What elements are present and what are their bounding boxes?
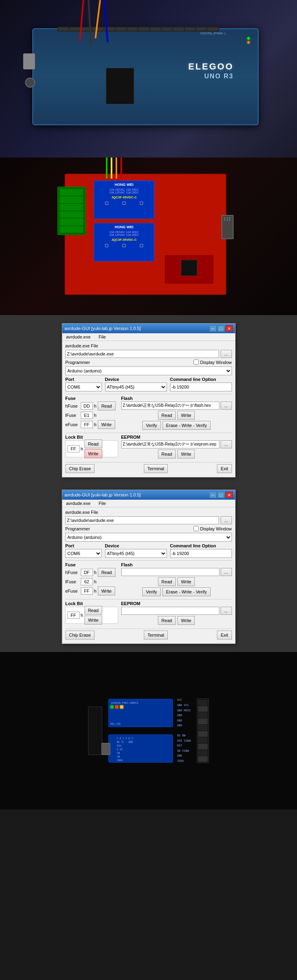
cmdline-input[interactable]	[170, 383, 232, 391]
flash-read-button[interactable]: Read	[158, 411, 176, 420]
hfuse-h: h	[94, 404, 97, 408]
device-select-2[interactable]: ATtiny45 (t45)	[105, 549, 167, 558]
fuse-write-button-2[interactable]: Write	[98, 587, 115, 595]
flash-erase-write-verify-button[interactable]: Erase - Write - Verify	[162, 421, 211, 430]
avrdude-path-input[interactable]	[65, 350, 219, 358]
programmer-select-2[interactable]: Arduino (arduino)	[65, 533, 232, 542]
efuse-label: eFuse	[65, 422, 80, 427]
ifuse-input[interactable]	[81, 412, 93, 419]
efuse-input-2[interactable]	[81, 587, 93, 595]
terminal-button-2[interactable]: Terminal	[144, 631, 168, 639]
eeprom-title: EEPROM	[121, 435, 232, 440]
lockbit-input-2[interactable]	[67, 612, 80, 619]
menu-bar-1: avrdude.exe File	[62, 333, 235, 341]
display-window-label-2: Display Window	[200, 526, 232, 531]
close-button-1[interactable]: ✕	[225, 325, 233, 332]
exit-button-1[interactable]: Exit	[217, 464, 232, 473]
lockbit-write-button[interactable]: Write	[84, 449, 102, 458]
eeprom-write-button-2[interactable]: Write	[177, 616, 195, 625]
flash-read-write-row: Read Write	[121, 411, 232, 420]
title-bar-2: avrdude-GUI [yuki-lab.jp Version 1.0.5] …	[62, 490, 235, 500]
device-label-2: Device	[105, 543, 167, 548]
hfuse-label-2: hFuse	[65, 570, 80, 575]
flash-path-input[interactable]	[121, 402, 219, 410]
avrdude-row: avrdude.exe File	[65, 343, 232, 348]
display-window-row: Display Window	[194, 360, 232, 365]
fuse-section: Fuse hFuse h Read lFuse h eFuse	[65, 396, 118, 431]
eeprom-section: EEPROM ... Read Write	[121, 435, 232, 460]
flash-browse-button[interactable]: ...	[221, 402, 232, 410]
flash-path-input-2[interactable]	[121, 568, 219, 576]
flash-write-button-2[interactable]: Write	[177, 577, 195, 586]
minimize-button-2[interactable]: ─	[209, 492, 217, 498]
flash-write-button[interactable]: Write	[177, 411, 195, 420]
flash-read-button-2[interactable]: Read	[158, 577, 176, 586]
eeprom-path-input[interactable]	[121, 440, 219, 448]
lockbit-read-button[interactable]: Read	[84, 440, 102, 448]
fuse-read-button-2[interactable]: Read	[98, 568, 116, 577]
maximize-button-1[interactable]: □	[217, 325, 225, 332]
port-label: Port	[65, 377, 102, 382]
fuse-read-button[interactable]: Read	[98, 402, 116, 410]
menu-file[interactable]: File	[97, 334, 107, 340]
flash-erase-write-verify-button-2[interactable]: Erase - Write - Verify	[162, 587, 211, 596]
efuse-row: eFuse h Write	[65, 420, 118, 429]
ifuse-label: lFuse	[65, 413, 80, 418]
programmer-select-row: Arduino (arduino)	[65, 366, 232, 375]
gui-wrapper-1: avrdude-GUI [yuki-lab.jp Version 1.0.5] …	[0, 315, 297, 486]
eeprom-read-button-2[interactable]: Read	[158, 616, 176, 625]
ifuse-h: h	[94, 413, 97, 418]
avrdude-path-input-2[interactable]	[65, 516, 219, 524]
cmdline-input-2[interactable]	[170, 549, 232, 558]
lockbit-read-button-2[interactable]: Read	[84, 606, 102, 615]
bottom-buttons-2: Chip Erase Terminal Exit	[65, 629, 232, 641]
port-select-2[interactable]: COM6	[65, 549, 102, 558]
gui-window-2: avrdude-GUI [yuki-lab.jp Version 1.0.5] …	[62, 490, 236, 644]
terminal-button-1[interactable]: Terminal	[144, 464, 168, 473]
lockbit-input[interactable]	[67, 445, 80, 452]
display-window-checkbox[interactable]	[194, 360, 199, 365]
window-title-2: avrdude-GUI [yuki-lab.jp Version 1.0.5]	[65, 492, 209, 497]
port-select[interactable]: COM6	[65, 383, 102, 391]
device-select[interactable]: ATtiny45 (t45)	[105, 383, 167, 391]
close-button-2[interactable]: ✕	[225, 492, 233, 498]
hfuse-input-2[interactable]	[81, 569, 93, 576]
ifuse-input-2[interactable]	[81, 578, 93, 585]
efuse-input[interactable]	[81, 421, 93, 428]
exit-button-2[interactable]: Exit	[217, 631, 232, 639]
fuse-write-button[interactable]: Write	[98, 420, 115, 429]
eeprom-write-button[interactable]: Write	[177, 450, 195, 458]
chip-erase-button-1[interactable]: Chip Erase	[65, 464, 95, 473]
display-window-label: Display Window	[200, 360, 232, 365]
eeprom-browse-button-2[interactable]: ...	[221, 607, 232, 615]
menu-file-2[interactable]: File	[97, 501, 107, 506]
menu-bar-2: avrdude.exe File	[62, 500, 235, 507]
chip-erase-button-2[interactable]: Chip Erase	[65, 631, 95, 639]
gui-wrapper-2: avrdude-GUI [yuki-lab.jp Version 1.0.5] …	[0, 486, 297, 652]
avrdude-browse-button[interactable]: ...	[221, 350, 232, 358]
flash-browse-button-2[interactable]: ...	[221, 568, 232, 576]
port-label-2: Port	[65, 543, 102, 548]
menu-avrdude[interactable]: avrdude.exe	[65, 334, 93, 340]
hfuse-row: hFuse h Read	[65, 402, 118, 410]
eeprom-read-button[interactable]: Read	[158, 450, 176, 458]
menu-avrdude-2[interactable]: avrdude.exe	[65, 501, 93, 506]
flash-verify-button[interactable]: Verify	[142, 421, 161, 430]
lockbit-write-button-2[interactable]: Write	[84, 616, 102, 625]
display-window-checkbox-2[interactable]	[194, 526, 199, 531]
flash-verify-button-2[interactable]: Verify	[142, 587, 161, 596]
hfuse-h-2: h	[94, 570, 97, 575]
hfuse-input[interactable]	[81, 402, 93, 410]
avrdude-browse-button-2[interactable]: ...	[221, 516, 232, 524]
programmer-select[interactable]: Arduino (arduino)	[65, 366, 232, 375]
minimize-button-1[interactable]: ─	[209, 325, 217, 332]
eeprom-path-input-2[interactable]	[121, 607, 219, 615]
avrdude-label: avrdude.exe File	[65, 343, 98, 348]
device-section-2: Device ATtiny45 (t45)	[105, 543, 167, 558]
ifuse-row-2: lFuse h	[65, 578, 118, 585]
maximize-button-2[interactable]: □	[217, 492, 225, 498]
programmer-select-row-2: Arduino (arduino)	[65, 533, 232, 542]
efuse-row-2: eFuse h Write	[65, 587, 118, 595]
eeprom-browse-button[interactable]: ...	[221, 440, 232, 448]
port-device-row: Port COM6 Device ATtiny45 (t45) Command …	[65, 377, 232, 391]
